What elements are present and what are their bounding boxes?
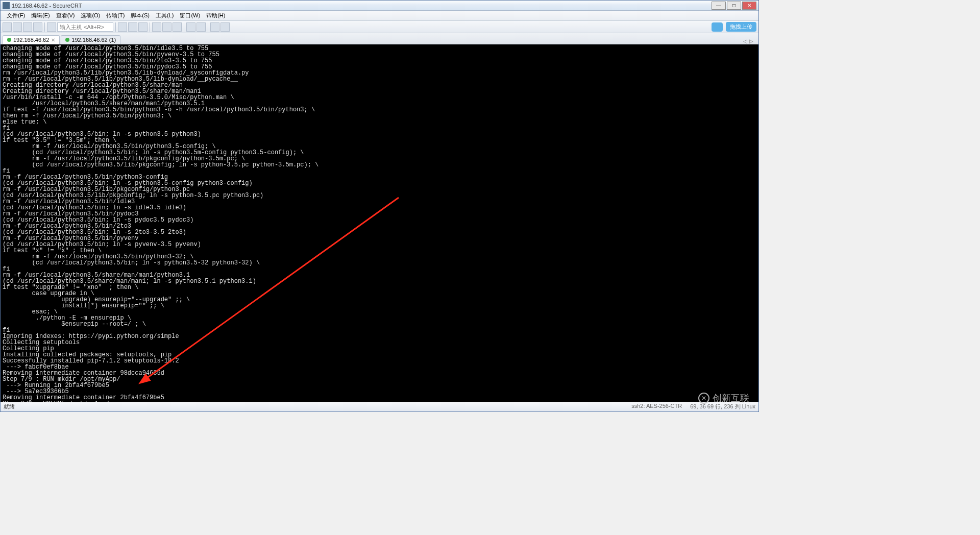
statusbar: 就绪 ssh2: AES-256-CTR 69, 36 69 行, 236 列 …	[1, 402, 758, 411]
toolbar-separator	[208, 22, 208, 32]
svg-line-1	[141, 198, 399, 382]
app-window: 192.168.46.62 - SecureCRT — □ ✕ 文件(F) 编辑…	[0, 0, 759, 412]
tab-session-2[interactable]: 192.168.46.62 (1)	[61, 35, 120, 44]
menu-tools[interactable]: 工具(L)	[153, 12, 177, 19]
menu-transfer[interactable]: 传输(T)	[103, 12, 128, 19]
window-controls: — □ ✕	[712, 2, 756, 10]
toolbar-separator	[44, 22, 45, 32]
tab-label: 192.168.46.62 (1)	[71, 37, 116, 43]
upload-button[interactable]: 拖拽上传	[726, 22, 756, 32]
menu-window[interactable]: 窗口(W)	[177, 12, 203, 19]
menu-view[interactable]: 查看(V)	[53, 12, 78, 19]
toolbar-key-icon[interactable]	[197, 22, 206, 32]
watermark-text: 创新互联	[713, 392, 749, 404]
maximize-button[interactable]: □	[727, 2, 741, 10]
toolbar-separator	[115, 22, 116, 32]
toolbar: 拖拽上传	[1, 21, 758, 33]
toolbar-separator	[150, 22, 150, 32]
close-button[interactable]: ✕	[742, 2, 756, 10]
toolbar-separator	[184, 22, 184, 32]
toolbar-disconnect-icon[interactable]	[33, 22, 42, 32]
watermark: ✕ 创新互联	[698, 392, 749, 404]
status-dot-icon	[7, 38, 11, 42]
tabbar: 192.168.46.62 ✕ 192.168.46.62 (1) ◁ ▷	[1, 33, 758, 44]
toolbar-print-icon[interactable]	[152, 22, 161, 32]
status-connection: ssh2: AES-256-CTR	[631, 403, 682, 410]
tab-nav: ◁ ▷	[743, 38, 756, 44]
toolbar-reconnect-icon[interactable]	[23, 22, 32, 32]
tab-next-icon[interactable]: ▷	[749, 38, 753, 44]
toolbar-paste-icon[interactable]	[128, 22, 137, 32]
menu-options[interactable]: 选项(O)	[78, 12, 103, 19]
tab-close-icon[interactable]: ✕	[51, 37, 55, 43]
menu-file[interactable]: 文件(F)	[4, 12, 28, 19]
terminal-output: changing mode of /usr/local/python3.5/bi…	[3, 45, 318, 402]
tab-session-1[interactable]: 192.168.46.62 ✕	[3, 35, 60, 44]
toolbar-options-icon[interactable]	[186, 22, 195, 32]
tab-label: 192.168.46.62	[13, 37, 49, 43]
menubar: 文件(F) 编辑(E) 查看(V) 选项(O) 传输(T) 脚本(S) 工具(L…	[1, 11, 758, 21]
app-icon	[3, 2, 10, 9]
toolbar-stop-icon[interactable]	[47, 22, 56, 32]
menu-scripts[interactable]: 脚本(S)	[128, 12, 153, 19]
status-dot-icon	[65, 38, 69, 42]
minimize-button[interactable]: —	[712, 2, 726, 10]
tab-prev-icon[interactable]: ◁	[743, 38, 747, 44]
host-input[interactable]	[57, 22, 113, 32]
watermark-icon: ✕	[698, 393, 709, 404]
toolbar-script-icon[interactable]	[173, 22, 182, 32]
toolbar-connect-icon[interactable]	[3, 22, 12, 32]
toolbar-properties-icon[interactable]	[162, 22, 172, 32]
toolbar-find-icon[interactable]	[138, 22, 148, 32]
menu-help[interactable]: 帮助(H)	[203, 12, 228, 19]
toolbar-about-icon[interactable]	[220, 22, 230, 32]
window-title: 192.168.46.62 - SecureCRT	[12, 3, 712, 9]
menu-edit[interactable]: 编辑(E)	[28, 12, 53, 19]
status-text: 就绪	[4, 403, 15, 410]
terminal[interactable]: changing mode of /usr/local/python3.5/bi…	[1, 44, 758, 402]
cloud-icon[interactable]	[712, 22, 723, 32]
toolbar-right: 拖拽上传	[712, 22, 756, 32]
titlebar[interactable]: 192.168.46.62 - SecureCRT — □ ✕	[1, 1, 758, 11]
toolbar-copy-icon[interactable]	[118, 22, 127, 32]
toolbar-help-icon[interactable]	[210, 22, 219, 32]
toolbar-quick-icon[interactable]	[13, 22, 22, 32]
